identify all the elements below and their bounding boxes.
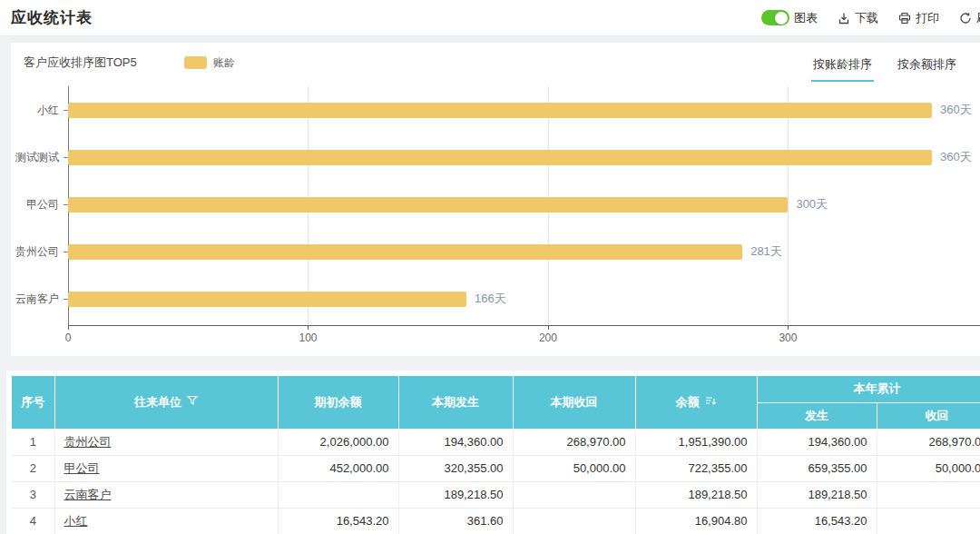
bar-row: 360天 (68, 86, 980, 134)
opening-balance-cell: 16,543.20 (278, 508, 398, 534)
download-icon (838, 12, 850, 25)
table-row: 2 甲公司 452,000.00 320,355.00 50,000.00 72… (12, 455, 980, 481)
sort-tabs: 按账龄排序 按余额排序 (811, 44, 958, 82)
category-label: 云南客户 (11, 275, 68, 322)
current-recovered-cell (513, 481, 635, 508)
balance-cell: 16,904.80 (635, 508, 757, 534)
current-incurred-cell: 320,355.00 (398, 455, 513, 481)
ytd-recovered-cell: 50,000.00 (877, 455, 980, 481)
current-incurred-cell: 194,360.00 (398, 429, 513, 455)
table-row: 4 小红 16,543.20 361.60 16,904.80 16,543.2… (12, 508, 980, 534)
ytd-recovered-cell (877, 508, 980, 534)
current-recovered-cell: 50,000.00 (513, 455, 635, 481)
col-header-balance: 余额 (635, 376, 757, 429)
print-label: 打印 (916, 10, 939, 26)
toggle-knob (775, 12, 788, 25)
refresh-button[interactable]: 刷新 (959, 10, 980, 26)
col-header-ytd-incurred: 发生 (757, 402, 877, 429)
bar-rows: 360天 360天 300天 281天 (68, 86, 980, 325)
plot-area: 360天 360天 300天 281天 (68, 86, 980, 325)
category-label: 测试测试 (11, 134, 68, 181)
top-bar: 应收统计表 图表 下载 打印 (0, 0, 980, 36)
chart-legend[interactable]: 账龄 (184, 55, 235, 71)
table-row: 3 云南客户 189,218.50 189,218.50 189,218.50 (12, 481, 980, 508)
current-incurred-cell: 189,218.50 (398, 481, 513, 508)
bar-guizhougongsi (68, 244, 742, 260)
bar-ceshiceshi (68, 150, 932, 165)
bar-value-label: 300天 (796, 196, 828, 213)
unit-link[interactable]: 小红 (64, 514, 88, 528)
ytd-incurred-cell: 194,360.00 (757, 429, 877, 455)
col-header-ytd-recovered: 收回 (877, 402, 980, 429)
bar-value-label: 360天 (940, 149, 972, 165)
page-title: 应收统计表 (11, 7, 93, 28)
col-header-current-recovered: 本期收回 (513, 376, 635, 429)
current-recovered-cell (513, 508, 635, 534)
tab-sort-by-aging[interactable]: 按账龄排序 (811, 44, 874, 82)
ytd-incurred-cell: 659,355.00 (757, 455, 877, 481)
x-axis-line (68, 325, 980, 326)
bar-row: 300天 (68, 181, 980, 228)
category-label: 贵州公司 (11, 228, 68, 275)
refresh-icon (959, 12, 972, 25)
row-index: 4 (12, 508, 54, 534)
col-header-current-incurred: 本期发生 (398, 376, 513, 429)
print-button[interactable]: 打印 (898, 10, 939, 26)
balance-cell: 722,355.00 (635, 455, 757, 481)
bar-yunnankehu (68, 292, 466, 307)
chart-title: 客户应收排序图TOP5 (24, 54, 137, 71)
unit-link[interactable]: 云南客户 (64, 488, 112, 501)
bar-value-label: 360天 (940, 102, 972, 118)
col-header-no: 序号 (12, 376, 54, 429)
filter-funnel-icon[interactable] (187, 395, 198, 409)
unit-link[interactable]: 甲公司 (64, 461, 100, 475)
balance-cell: 189,218.50 (635, 481, 757, 508)
row-index: 3 (12, 481, 54, 508)
bar-row: 360天 (68, 134, 980, 181)
x-tick-mark (68, 326, 69, 330)
tab-sort-by-balance[interactable]: 按余额排序 (896, 44, 958, 82)
table-panel: 序号 往来单位 期初余额 本期发生 本期收回 (6, 371, 980, 534)
chart-panel: 客户应收排序图TOP5 账龄 按账龄排序 按余额排序 小红 测试测试 甲公司 贵… (11, 43, 980, 356)
ytd-incurred-cell: 16,543.20 (757, 508, 877, 534)
current-incurred-cell: 361.60 (398, 508, 513, 534)
col-header-opening-balance: 期初余额 (278, 376, 398, 429)
bar-value-label: 166天 (475, 291, 506, 307)
opening-balance-cell (278, 481, 398, 508)
ytd-incurred-cell: 189,218.50 (757, 481, 877, 508)
row-index: 2 (12, 455, 54, 481)
sort-descending-icon[interactable] (705, 395, 717, 410)
category-label: 小红 (11, 86, 68, 134)
col-header-unit: 往来单位 (54, 376, 278, 429)
ytd-recovered-cell (877, 481, 980, 508)
col-header-ytd-group: 本年累计 (757, 376, 980, 402)
receivables-table: 序号 往来单位 期初余额 本期发生 本期收回 (12, 376, 980, 534)
bar-chart: 小红 测试测试 甲公司 贵州公司 云南客户 360天 (11, 83, 980, 356)
legend-swatch (184, 56, 207, 69)
current-recovered-cell: 268,970.00 (513, 429, 635, 455)
table-row: 1 贵州公司 2,026,000.00 194,360.00 268,970.0… (12, 429, 980, 455)
bar-row: 281天 (68, 228, 980, 275)
refresh-label: 刷新 (976, 10, 980, 26)
x-tick-label: 200 (539, 331, 557, 344)
x-tick-mark (308, 326, 309, 330)
ytd-recovered-cell: 268,970.00 (877, 429, 980, 455)
toolbar: 图表 下载 打印 (761, 10, 980, 26)
bar-xiaohong (68, 103, 932, 118)
chart-toggle-group: 图表 (761, 10, 818, 26)
balance-cell: 1,951,390.00 (635, 429, 757, 455)
unit-link[interactable]: 贵州公司 (64, 435, 112, 449)
download-button[interactable]: 下载 (838, 10, 878, 26)
legend-label: 账龄 (213, 55, 235, 71)
x-tick-label: 300 (779, 331, 797, 344)
printer-icon (898, 12, 911, 25)
chart-header: 客户应收排序图TOP5 账龄 按账龄排序 按余额排序 (11, 43, 980, 83)
chart-toggle[interactable] (761, 10, 789, 25)
chart-toggle-label: 图表 (794, 10, 818, 26)
bar-row: 166天 (68, 275, 980, 322)
x-tick-mark (548, 326, 549, 330)
x-tick-label: 100 (299, 331, 317, 344)
category-label: 甲公司 (11, 181, 68, 228)
download-label: 下载 (855, 10, 878, 26)
row-index: 1 (12, 429, 54, 455)
